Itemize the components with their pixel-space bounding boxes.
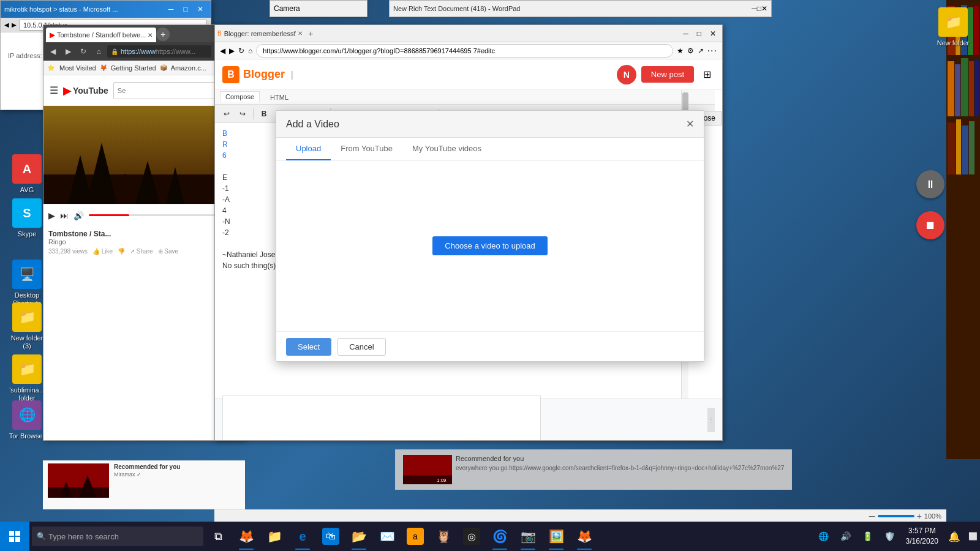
modal-tab-from-youtube[interactable]: From YouTube	[331, 138, 402, 160]
yt-rec-thumb[interactable]: 1:09	[48, 463, 109, 498]
editor-link-3[interactable]: 6	[222, 151, 227, 160]
taskbar-file-mgr[interactable]: 📂	[345, 522, 372, 551]
taskbar-clock[interactable]: 3:57 PM 3/16/2020	[901, 522, 943, 551]
blogger-maximize-btn[interactable]: □	[693, 29, 705, 38]
getting-started-link[interactable]: Getting Started	[111, 64, 156, 72]
search-placeholder: Type here to search	[48, 532, 119, 541]
recording-stop-btn[interactable]: ⏹	[916, 211, 944, 239]
modal-close-btn[interactable]: ✕	[686, 118, 694, 130]
browser-url-bar[interactable]: 🔒 https://www https://www...	[107, 45, 211, 58]
blogger-share-btn[interactable]: ↗	[698, 47, 704, 55]
editor-link-1[interactable]: B	[222, 129, 227, 138]
status-bar: ─ + 100%	[214, 509, 946, 522]
blogger-comment-input[interactable]	[222, 395, 541, 441]
battery-icon[interactable]: 🔋	[857, 522, 879, 551]
blogger-forward-btn[interactable]: ▶	[229, 47, 235, 55]
yt-save-btn[interactable]: ⊕ Save	[158, 248, 179, 255]
yt-share-btn[interactable]: ↗ Share	[130, 248, 153, 255]
yt-progress-bar[interactable]	[89, 214, 223, 216]
yt-skip-btn[interactable]: ⏭	[60, 211, 69, 220]
task-view-btn[interactable]: ⧉	[206, 522, 230, 551]
file-mgr-icon: 📂	[350, 528, 368, 545]
mikrotik-minimize-btn[interactable]: ─	[164, 4, 178, 15]
wordpad-close-btn[interactable]: ✕	[761, 4, 767, 13]
recommended-label: Recommended for you	[456, 455, 784, 462]
yt-rec-info: Recommended for you Miramax ✓	[114, 463, 180, 498]
taskbar-date-display: 3/16/2020	[906, 536, 938, 547]
most-visited-link[interactable]: Most Visited	[59, 64, 96, 72]
taskbar-photos[interactable]: 🖼️	[543, 522, 570, 551]
network-icon[interactable]: 🌐	[813, 522, 835, 551]
back-btn[interactable]: ◀	[46, 45, 59, 58]
mikrotik-back-btn[interactable]: ◀	[4, 21, 9, 28]
home-btn[interactable]: ⌂	[92, 45, 105, 58]
mikrotik-maximize-btn[interactable]: □	[179, 4, 192, 15]
yt-play-btn[interactable]: ▶	[48, 211, 55, 220]
start-btn[interactable]	[0, 522, 29, 551]
taskbar-tripadvisor[interactable]: 🦉	[430, 522, 457, 551]
mikrotik-forward-btn[interactable]: ▶	[12, 21, 17, 28]
forward-btn[interactable]: ▶	[61, 45, 75, 58]
blogger-back-btn[interactable]: ◀	[220, 47, 225, 55]
wordpad-minimize-btn[interactable]: ─	[752, 4, 757, 13]
yt-volume-btn[interactable]: 🔊	[74, 211, 84, 220]
taskbar-firefox2[interactable]: 🌀	[486, 522, 513, 551]
taskbar-firefox[interactable]: 🦊	[233, 522, 260, 551]
taskbar-store[interactable]: 🛍	[317, 522, 344, 551]
editor-link-2[interactable]: R	[222, 140, 228, 149]
taskbar-explorer[interactable]: 📁	[261, 522, 288, 551]
taskbar-firefox3[interactable]: 🦊	[571, 522, 598, 551]
mikrotik-close-btn[interactable]: ✕	[194, 4, 207, 15]
refresh-btn[interactable]: ↻	[77, 45, 90, 58]
blogger-refresh-btn[interactable]: ↻	[238, 47, 244, 55]
taskbar-amazon[interactable]: a	[402, 522, 429, 551]
show-desktop-btn[interactable]: ⬜	[965, 522, 980, 551]
recording-pause-btn[interactable]: ⏸	[916, 170, 944, 198]
choose-video-btn[interactable]: Choose a video to upload	[432, 236, 547, 255]
undo-btn[interactable]: ↩	[220, 107, 233, 121]
new-tab-btn-blogger[interactable]: +	[305, 28, 316, 39]
blogger-minimize-btn[interactable]: ─	[679, 29, 692, 38]
amazon-link[interactable]: Amazon.c...	[171, 64, 206, 72]
taskbar-vault[interactable]: ◎	[458, 522, 485, 551]
wordpad-maximize-btn[interactable]: □	[757, 4, 761, 13]
desktop-icon-new-folder-top[interactable]: 📁 New folder	[931, 5, 975, 50]
modal-select-btn[interactable]: Select	[286, 338, 331, 356]
user-avatar[interactable]: N	[617, 65, 636, 84]
blogger-favorites-btn[interactable]: ★	[677, 47, 684, 55]
right-panel-bookshelf	[946, 0, 980, 459]
taskbar-mail[interactable]: ✉️	[374, 522, 401, 551]
taskbar-edge[interactable]: e	[289, 522, 316, 551]
redo-btn[interactable]: ↪	[236, 107, 249, 121]
modal-tab-my-youtube[interactable]: My YouTube videos	[402, 138, 491, 160]
html-tab[interactable]: HTML	[265, 92, 294, 103]
blogger-resize-handle[interactable]: ⋮	[707, 408, 715, 432]
youtube-tab[interactable]: ▶ Tombstone / Standoff betwe... ✕	[46, 28, 156, 42]
camera-indicator	[521, 549, 535, 550]
blogger-tools-btn[interactable]: ⚙	[687, 47, 694, 55]
new-tab-btn[interactable]: +	[156, 28, 170, 41]
zoom-minus-btn[interactable]: ─	[869, 511, 875, 521]
blogger-close-btn[interactable]: ✕	[706, 29, 720, 38]
modal-tab-upload[interactable]: Upload	[286, 138, 331, 160]
zoom-slider[interactable]	[878, 515, 914, 517]
blogger-new-post-btn[interactable]: New post	[641, 66, 694, 83]
security-icon[interactable]: 🛡️	[879, 522, 901, 551]
blogger-home-btn[interactable]: ⌂	[248, 47, 252, 55]
volume-icon[interactable]: 🔊	[835, 522, 857, 551]
blogger-more-btn[interactable]: ···	[707, 45, 717, 56]
notification-btn[interactable]: 🔔	[943, 522, 965, 551]
skype-icon: S	[12, 198, 42, 228]
blogger-grid-btn[interactable]: ⊞	[699, 67, 715, 83]
blogger-url-display[interactable]: https://www.blogger.com/u/1/blogger.g?bl…	[256, 44, 673, 58]
modal-cancel-btn[interactable]: Cancel	[337, 338, 385, 356]
blogger-blog-title-input[interactable]	[297, 70, 420, 80]
blogger-tab-close[interactable]: ✕	[298, 30, 303, 37]
yt-menu-icon[interactable]: ☰	[50, 84, 58, 96]
taskbar-camera[interactable]: 📷	[514, 522, 541, 551]
youtube-tab-close[interactable]: ✕	[148, 32, 153, 39]
compose-tab[interactable]: Compose	[220, 91, 260, 102]
taskbar-search[interactable]: 🔍 Type here to search	[32, 527, 203, 546]
zoom-plus-btn[interactable]: +	[917, 511, 922, 521]
bold-btn[interactable]: B	[257, 107, 271, 121]
